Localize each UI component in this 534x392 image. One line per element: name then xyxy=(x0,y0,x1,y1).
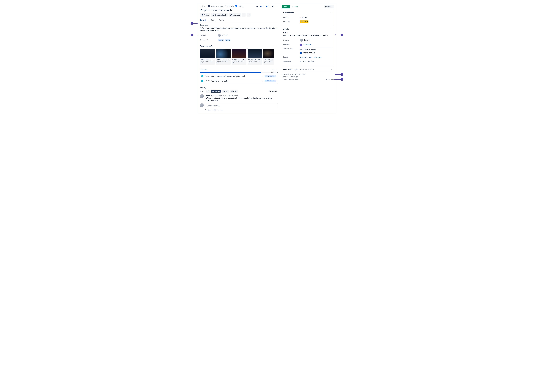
component-chip[interactable]: launch xyxy=(218,39,224,42)
issue-tabs: General QA Testing Admin xyxy=(200,18,278,22)
comment-body: Which rocket design have we decided on? … xyxy=(206,97,278,102)
chevron-down-icon xyxy=(331,6,333,7)
priority-highest-icon: ↑ xyxy=(300,16,301,18)
subtask-icon xyxy=(213,14,214,16)
breadcrumb-projects[interactable]: Projects xyxy=(200,5,206,7)
link-icon xyxy=(230,14,232,16)
status-badge[interactable]: IN PROGRESS ⌄ xyxy=(265,80,276,82)
attachment-card[interactable]: niketh-vellank… ash.jpg18 Sep 2020, 09:4… xyxy=(247,49,262,65)
attachment-card[interactable]: guillermo-ferl… a…18 Sep 2020, 09:… xyxy=(263,49,274,65)
breadcrumb-parent[interactable]: TMTS-4 xyxy=(226,5,232,7)
tab-admin[interactable]: Admin xyxy=(219,18,224,22)
subtasks-progress-bar xyxy=(200,72,261,73)
tab-general[interactable]: General xyxy=(200,18,206,22)
attachment-card[interactable]: nasa-OLlj17tU… ash.jpg18 Sep 2020, 09:44… xyxy=(200,49,215,65)
priority-value[interactable]: ↑ Highest xyxy=(300,16,332,19)
epic-link-label: Epic Link xyxy=(283,21,300,23)
megaphone-icon xyxy=(256,5,258,7)
subtask-type-icon: ↳ xyxy=(201,80,203,82)
details-header[interactable]: Details xyxy=(282,27,334,32)
avatar xyxy=(200,103,204,107)
comment: Anna R. September 8, 2020, 10:09 AM Edit… xyxy=(200,94,278,102)
activity-sort-button[interactable]: Oldest first ↑≡ xyxy=(268,90,278,92)
time-tracking-value[interactable]: 2w 3d 4h 48m logged ✓ Include subtasks xyxy=(300,48,332,54)
subtask-row[interactable]: ↳ TMTS-3 Test rocket in simulator ↑ IN P… xyxy=(200,79,278,84)
share-button[interactable] xyxy=(271,5,274,7)
projects-label: Projects xyxy=(283,44,300,46)
more-fields-header[interactable]: More fields Original estimate, Fix versi… xyxy=(282,67,334,72)
automation-value[interactable]: Rule executions xyxy=(300,60,332,63)
label-chip[interactable]: outer-space xyxy=(314,56,322,58)
link-issue-button[interactable]: Link issue xyxy=(228,13,241,17)
resolved-timestamp: Resolved 11 seconds ago xyxy=(282,78,306,80)
projects-value[interactable]: ◆ Spaceship xyxy=(300,43,332,46)
gear-icon xyxy=(325,78,327,80)
breadcrumb: Projects / 🚀 Take me to space / TMTS-4 /… xyxy=(200,5,244,7)
attachments-add-button[interactable]: ＋ xyxy=(276,45,278,47)
more-fields-panel: More fields Original estimate, Fix versi… xyxy=(282,67,334,72)
label-chip[interactable]: earth xyxy=(309,56,312,58)
issue-type-icon: ✓ xyxy=(235,5,237,7)
subtasks-heading: Subtasks xyxy=(200,68,207,70)
component-chip[interactable]: rocket xyxy=(225,39,230,42)
toolbar-more-button[interactable]: ••• xyxy=(246,13,251,17)
tab-qa-testing[interactable]: QA Testing xyxy=(209,18,216,22)
comment-timestamp: September 8, 2020, 10:09 AM xyxy=(213,94,235,96)
reporter-value[interactable]: Bran Y. xyxy=(300,39,332,42)
activity-filter-all[interactable]: All xyxy=(206,90,210,93)
give-feedback-button[interactable] xyxy=(256,5,258,7)
status-dropdown[interactable]: Done xyxy=(282,5,290,8)
link-issue-dropdown[interactable] xyxy=(242,13,246,17)
breadcrumb-project-name[interactable]: Take me to space xyxy=(211,5,224,7)
pinned-fields-panel: Pinned fields Priority ↑ Highest Epic Li… xyxy=(282,10,334,25)
include-subtasks-checkbox[interactable]: ✓ xyxy=(300,52,302,54)
subtask-list: ↳ TMTS-2 Ensure astronauts have everythi… xyxy=(200,74,278,84)
labels-value[interactable]: black-hole earth outer-space xyxy=(300,56,332,58)
add-comment-input[interactable]: Add a comment… xyxy=(206,103,278,108)
eye-icon xyxy=(260,5,262,7)
watchers-button[interactable]: 1 xyxy=(260,5,264,7)
label-chip[interactable]: black-hole xyxy=(300,56,307,58)
attachment-card[interactable]: ganapathy-ku… ash.jpg18 Sep 2020, 09:43 … xyxy=(232,49,246,65)
priority-high-icon: ↑ xyxy=(263,80,263,82)
comment-author[interactable]: Anna R. xyxy=(206,94,212,96)
check-icon xyxy=(292,6,293,8)
issue-content-column: Projects / 🚀 Take me to space / TMTS-4 /… xyxy=(200,5,278,111)
details-panel: Details Notes Make sure to send the QA t… xyxy=(282,27,334,65)
priority-high-icon: ↑ xyxy=(263,75,263,77)
configure-button[interactable]: Configure xyxy=(325,78,334,80)
activity-filter-history[interactable]: History xyxy=(222,90,229,93)
vote-button[interactable]: 1 xyxy=(266,5,269,7)
attachments-more-button[interactable]: ••• xyxy=(272,45,274,47)
description-body[interactable]: We're going to space! We need to ensure … xyxy=(200,27,278,32)
status-badge[interactable]: IN PROGRESS ⌄ xyxy=(265,75,276,77)
automation-label: Automation xyxy=(283,61,300,63)
sort-icon: ↑≡ xyxy=(276,90,278,92)
components-label: Components xyxy=(200,39,218,41)
activity-filter-comments[interactable]: Comments xyxy=(211,90,221,93)
actions-dropdown[interactable]: Actions xyxy=(324,5,334,8)
project-icon: ◆ xyxy=(300,44,302,46)
components-value[interactable]: launch rocket xyxy=(218,39,231,42)
assignee-value[interactable]: Anna R. xyxy=(218,34,228,37)
pinned-fields-header[interactable]: Pinned fields xyxy=(282,10,334,15)
issue-view: Projects / 🚀 Take me to space / TMTS-4 /… xyxy=(197,4,337,113)
callout-2: 2 xyxy=(191,22,193,25)
issue-title[interactable]: Prepare rocket for launch xyxy=(200,8,278,12)
attachments-heading: Attachments (7) xyxy=(200,45,213,47)
updated-timestamp: Updated 11 seconds ago xyxy=(282,76,306,78)
callout-3: 3 xyxy=(341,34,343,36)
more-actions-button[interactable]: ••• xyxy=(276,5,278,7)
activity-filter-worklog[interactable]: Work log xyxy=(230,90,238,93)
subtasks-more-button[interactable]: ••• xyxy=(272,68,274,70)
breadcrumb-issue-key[interactable]: TMTS-1 xyxy=(238,5,244,7)
epic-link-value[interactable]: 🚀Rocket xyxy=(300,20,332,23)
create-subtask-button[interactable]: Create subtask xyxy=(211,13,228,17)
share-icon xyxy=(271,5,274,7)
notes-body[interactable]: Make sure to send the QA team this issue… xyxy=(283,34,332,37)
attachments-grid: nasa-OLlj17tU… ash.jpg18 Sep 2020, 09:44… xyxy=(200,49,278,65)
attach-button[interactable]: Attach xyxy=(200,13,210,17)
subtasks-add-button[interactable]: ＋ xyxy=(276,68,278,70)
attachment-card[interactable]: nasa-Q1p7bh3… ash.jpg18 Sep 2020, 09:44 … xyxy=(216,49,231,65)
subtask-row[interactable]: ↳ TMTS-2 Ensure astronauts have everythi… xyxy=(200,74,278,79)
